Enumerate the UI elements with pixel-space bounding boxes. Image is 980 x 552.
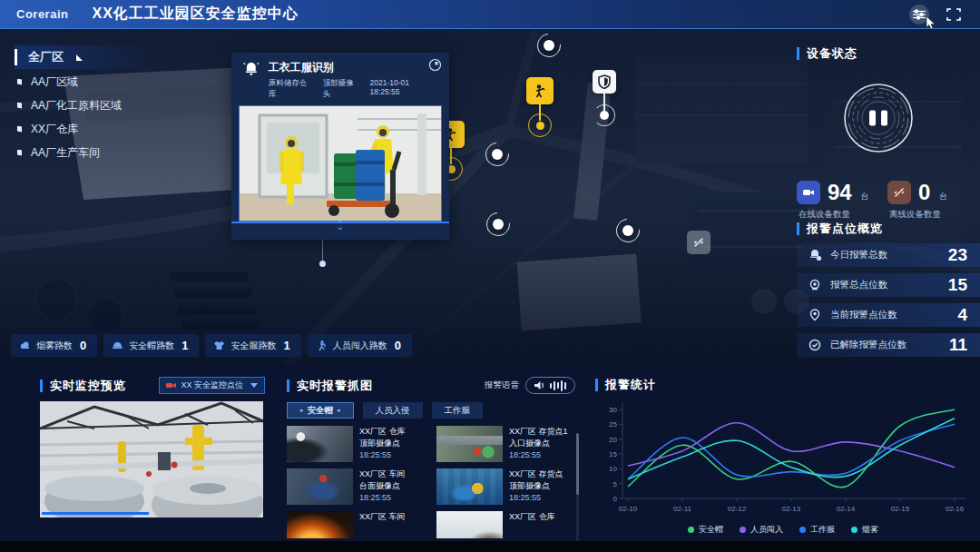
chevron-down-icon	[250, 383, 258, 388]
overview-row-today[interactable]: 今日报警总数 23	[797, 243, 980, 267]
offline-link-marker[interactable]	[687, 231, 710, 254]
popup-location: 原料储存仓库	[269, 78, 314, 100]
svg-text:15: 15	[609, 450, 617, 458]
camera-point-marker[interactable]	[537, 34, 561, 57]
alarm-popup: 工衣工服识别 原料储存仓库 顶部摄像头 2021-10-01 18:25:55	[231, 53, 449, 240]
capture-item[interactable]: XX厂区 车间台面摄像点18:25:55	[287, 468, 426, 505]
sidebar-item-xx-warehouse[interactable]: XX厂仓库	[15, 118, 151, 140]
legend-dot	[688, 527, 694, 533]
sidebar-item-aa-area[interactable]: AA厂区域	[15, 71, 151, 93]
capture-list: XX厂区 仓库顶部摄像点18:25:55 XX厂区 存货点1入口摄像点18:25…	[287, 426, 575, 538]
legend-dot	[799, 527, 806, 533]
area-label: AA厂化工原料区域	[31, 98, 122, 113]
monitor-point-dropdown[interactable]: XX 安全监控点位	[159, 377, 265, 394]
legend-label: 工作服	[810, 524, 835, 536]
suit-icon	[213, 340, 225, 351]
capture-thumbnail	[287, 468, 353, 505]
camera-point-marker[interactable]	[486, 212, 510, 236]
legend-item[interactable]: 安全帽	[688, 524, 723, 536]
alarm-overview-panel: 报警点位概览 今日报警总数 23 报警总点位数 15	[797, 221, 980, 357]
popup-anchor-line	[322, 240, 323, 263]
svg-text:02-13: 02-13	[782, 505, 801, 513]
capture-item[interactable]: XX厂区 存货点1入口摄像点18:25:55	[436, 426, 575, 462]
series-烟雾	[628, 419, 955, 479]
chip-helmet[interactable]: 安全帽路数 1	[103, 334, 199, 357]
helmet-icon	[112, 340, 123, 351]
resolved-alarm-icon	[808, 338, 822, 352]
video-progress-bar[interactable]	[42, 512, 149, 515]
title-accent	[595, 379, 598, 391]
alarm-bell-icon	[242, 60, 260, 78]
svg-text:02-15: 02-15	[891, 505, 910, 513]
capture-tabs: ▸ 安全帽 ◂ 人员入侵 工作服	[287, 402, 575, 419]
svg-text:02-16: 02-16	[946, 505, 965, 513]
fullscreen-icon[interactable]	[944, 5, 964, 25]
sidebar-item-all-plant[interactable]: 全厂区	[15, 45, 151, 69]
overview-row-resolved[interactable]: 已解除报警点位数 11	[797, 333, 980, 357]
dashboard-root: 全厂区 AA厂区域 AA厂化工原料区域 XX厂仓库 AA厂生产车间	[0, 0, 980, 552]
sidebar-item-aa-workshop[interactable]: AA厂生产车间	[15, 142, 151, 163]
bottom-edge-bar	[0, 541, 980, 552]
offline-unit: 台	[939, 191, 947, 202]
monitor-preview-video[interactable]	[40, 401, 263, 518]
legend-item[interactable]: 工作服	[799, 524, 835, 536]
title-accent	[287, 380, 289, 392]
alarm-statistics-panel: 报警统计 05101520253002-1002-1102-1202-1302-…	[595, 377, 971, 541]
svg-text:25: 25	[609, 420, 617, 429]
scrollbar-thumb[interactable]	[576, 433, 579, 495]
capture-icon[interactable]	[428, 58, 442, 72]
panel-title: 实时监控预览	[50, 378, 126, 394]
speaker-icon	[534, 380, 545, 390]
facility-map[interactable]: 全厂区 AA厂区域 AA厂化工原料区域 XX厂仓库 AA厂生产车间	[0, 29, 980, 366]
tab-workwear[interactable]: 工作服	[432, 402, 484, 419]
left-arrow-icon: ▸	[300, 407, 304, 414]
chip-value: 0	[395, 339, 401, 352]
capture-item[interactable]: XX厂区 仓库顶部摄像点18:25:55	[287, 426, 426, 462]
tab-intrusion[interactable]: 人员入侵	[363, 402, 423, 419]
pause-icon[interactable]	[869, 111, 887, 126]
chevron-down-icon[interactable]: ⌄⌄	[337, 216, 344, 231]
online-device-icon	[797, 181, 820, 204]
voice-label: 报警语音	[485, 380, 519, 391]
right-arrow-icon: ◂	[337, 407, 340, 414]
capture-thumbnail	[287, 511, 353, 538]
chip-smoke[interactable]: 烟雾路数 0	[11, 334, 97, 357]
device-status-gauge	[842, 82, 915, 154]
legend-item[interactable]: 人员闯入	[740, 524, 783, 536]
camera-point-marker[interactable]	[616, 219, 640, 242]
alarm-line-chart: 05101520253002-1002-1102-1202-1302-1402-…	[588, 397, 969, 527]
popup-title: 工衣工服识别	[269, 60, 440, 75]
popup-timestamp: 2021-10-01 18:25:55	[369, 78, 440, 100]
audio-wave-icon	[550, 380, 566, 391]
capture-item[interactable]: XX厂区 车间	[287, 511, 426, 538]
channel-stats-bar: 烟雾路数 0 安全帽路数 1 安全服路数 1	[11, 334, 412, 357]
popup-video-feed	[239, 105, 442, 222]
legend-item[interactable]: 烟雾	[851, 524, 878, 536]
app-header: Corerain XX化工工业园区安全监控中心	[0, 0, 980, 29]
title-accent	[797, 222, 799, 235]
legend-label: 安全帽	[699, 524, 723, 536]
worker-alarm-marker[interactable]	[526, 77, 554, 137]
overview-row-total-points[interactable]: 报警总点位数 15	[797, 273, 980, 297]
online-label: 在线设备数量	[799, 209, 887, 221]
series-安全帽	[628, 409, 955, 488]
alarm-voice-toggle[interactable]	[525, 377, 575, 394]
chip-intrusion[interactable]: 人员闯入路数 0	[308, 334, 412, 357]
security-shield-marker[interactable]	[593, 70, 616, 126]
capture-item[interactable]: XX厂区 存货点顶部摄像点18:25:55	[436, 468, 575, 505]
active-indicator	[15, 49, 17, 65]
bottom-strip: 实时监控预览 XX 安全监控点位	[0, 366, 980, 541]
overview-row-current[interactable]: 当前报警点位数 4	[797, 303, 980, 327]
alarm-capture-panel: 实时报警抓图 报警语音 ▸ 安全帽 ◂	[287, 377, 575, 541]
scrollbar-track[interactable]	[576, 433, 579, 542]
title-accent	[40, 380, 43, 392]
chip-suit[interactable]: 安全服路数 1	[205, 334, 300, 357]
online-unit: 台	[861, 191, 869, 202]
sidebar-item-aa-chem-area[interactable]: AA厂化工原料区域	[15, 94, 151, 116]
svg-text:02-14: 02-14	[837, 505, 856, 513]
legend-label: 烟雾	[862, 524, 878, 536]
tab-helmet[interactable]: ▸ 安全帽 ◂	[287, 402, 354, 419]
capture-item[interactable]: XX厂区 仓库	[436, 511, 575, 538]
chart-legend: 安全帽人员闯入工作服烟雾	[595, 524, 971, 536]
camera-point-marker[interactable]	[485, 143, 509, 166]
